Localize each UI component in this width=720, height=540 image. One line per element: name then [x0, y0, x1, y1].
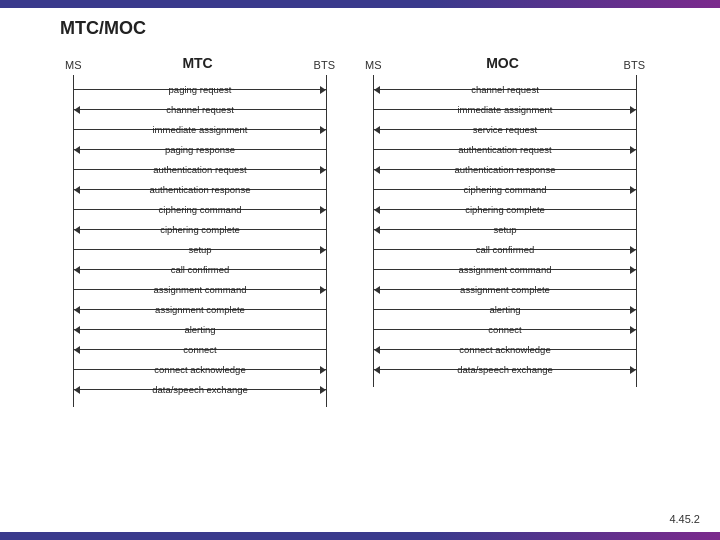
diagram-row: data/speech exchange — [65, 379, 335, 399]
moc-center-label: MOC — [486, 55, 519, 71]
row-label: assignment command — [379, 264, 631, 275]
row-label: connect — [379, 324, 631, 335]
page-title: MTC/MOC — [60, 18, 146, 39]
row-label: call confirmed — [379, 244, 631, 255]
diagram-row: assignment command — [65, 279, 335, 299]
row-label: setup — [379, 224, 631, 235]
mtc-header: MS MTC BTS — [65, 55, 335, 71]
row-label: assignment complete — [79, 304, 321, 315]
row-label: immediate assignment — [79, 124, 321, 135]
diagram-row: alerting — [65, 319, 335, 339]
bottom-bar — [0, 532, 720, 540]
diagram-row: connect — [65, 339, 335, 359]
mtc-ms-label: MS — [65, 59, 82, 71]
row-label: authentication request — [79, 164, 321, 175]
mtc-center-label: MTC — [182, 55, 212, 71]
diagram-row: paging request — [65, 79, 335, 99]
diagram-row: service request — [365, 119, 645, 139]
top-bar — [0, 0, 720, 8]
row-label: service request — [379, 124, 631, 135]
row-label: alerting — [379, 304, 631, 315]
diagram-row: alerting — [365, 299, 645, 319]
diagram-row: ciphering complete — [65, 219, 335, 239]
diagram-row: setup — [65, 239, 335, 259]
row-label: paging request — [79, 84, 321, 95]
diagram-row: ciphering complete — [365, 199, 645, 219]
row-label: authentication response — [379, 164, 631, 175]
diagram-row: connect acknowledge — [365, 339, 645, 359]
row-label: channel request — [379, 84, 631, 95]
moc-diagram: MS MOC BTS channel requestimmediate assi… — [365, 55, 645, 387]
row-label: connect — [79, 344, 321, 355]
diagram-row: connect — [365, 319, 645, 339]
row-label: setup — [79, 244, 321, 255]
row-label: ciphering command — [79, 204, 321, 215]
diagram-row: authentication response — [65, 179, 335, 199]
row-label: ciphering command — [379, 184, 631, 195]
row-label: assignment complete — [379, 284, 631, 295]
row-label: connect acknowledge — [379, 344, 631, 355]
moc-bts-label: BTS — [624, 59, 645, 71]
diagram-row: data/speech exchange — [365, 359, 645, 379]
mtc-bts-label: BTS — [314, 59, 335, 71]
moc-ms-label: MS — [365, 59, 382, 71]
diagram-row: call confirmed — [365, 239, 645, 259]
row-label: assignment command — [79, 284, 321, 295]
diagram-row: setup — [365, 219, 645, 239]
page-number: 4.45.2 — [669, 513, 700, 525]
moc-header: MS MOC BTS — [365, 55, 645, 71]
diagram-row: assignment complete — [365, 279, 645, 299]
diagram-row: connect acknowledge — [65, 359, 335, 379]
row-label: paging response — [79, 144, 321, 155]
diagram-row: authentication request — [65, 159, 335, 179]
row-label: authentication request — [379, 144, 631, 155]
diagram-row: immediate assignment — [65, 119, 335, 139]
row-label: ciphering complete — [379, 204, 631, 215]
diagram-row: call confirmed — [65, 259, 335, 279]
diagram-row: channel request — [365, 79, 645, 99]
row-label: alerting — [79, 324, 321, 335]
diagram-row: authentication request — [365, 139, 645, 159]
mtc-body: paging requestchannel requestimmediate a… — [65, 75, 335, 407]
diagram-row: channel request — [65, 99, 335, 119]
row-label: channel request — [79, 104, 321, 115]
diagram-row: assignment complete — [65, 299, 335, 319]
row-label: connect acknowledge — [79, 364, 321, 375]
diagram-row: immediate assignment — [365, 99, 645, 119]
mtc-diagram: MS MTC BTS paging requestchannel request… — [65, 55, 335, 407]
page: MTC/MOC MS MTC BTS paging requestchannel… — [0, 0, 720, 540]
diagram-row: ciphering command — [65, 199, 335, 219]
diagram-row: assignment command — [365, 259, 645, 279]
diagram-row: ciphering command — [365, 179, 645, 199]
row-label: data/speech exchange — [79, 384, 321, 395]
row-label: ciphering complete — [79, 224, 321, 235]
row-label: immediate assignment — [379, 104, 631, 115]
row-label: data/speech exchange — [379, 364, 631, 375]
row-label: authentication response — [79, 184, 321, 195]
moc-body: channel requestimmediate assignmentservi… — [365, 75, 645, 387]
row-label: call confirmed — [79, 264, 321, 275]
diagram-row: authentication response — [365, 159, 645, 179]
diagram-row: paging response — [65, 139, 335, 159]
